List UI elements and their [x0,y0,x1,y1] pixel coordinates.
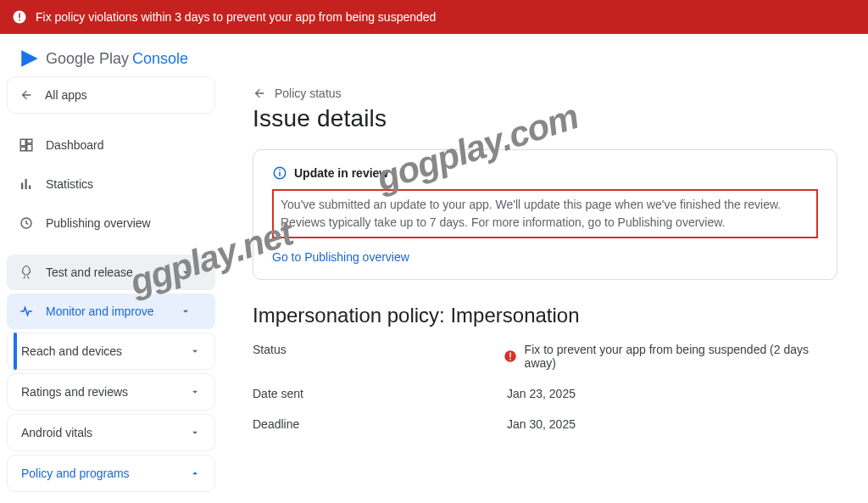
arrow-left-icon [253,87,266,100]
status-key: Status [253,343,503,370]
row-deadline: Deadline Jan 30, 2025 [253,417,837,431]
main-content: Policy status Issue details Update in re… [222,76,868,498]
pill-android-vitals[interactable]: Android vitals [7,414,215,451]
dashboard-icon [19,137,34,153]
svg-rect-13 [279,170,281,171]
sidebar-item-test-release[interactable]: Test and release [7,254,215,290]
chevron-down-icon [180,266,192,278]
pill-policy-programs[interactable]: Policy and programs [7,455,215,492]
date-key: Date sent [253,387,507,400]
pill-label: Reach and devices [21,344,122,358]
nav-label: Publishing overview [46,216,151,230]
svg-rect-12 [279,172,281,176]
chevron-down-icon [189,345,201,357]
chevron-up-icon [189,467,201,479]
go-to-publishing-link[interactable]: Go to Publishing overview [272,250,818,264]
page-title: Issue details [253,105,837,132]
svg-rect-16 [509,359,511,360]
breadcrumb[interactable]: Policy status [253,87,837,100]
svg-rect-4 [27,139,32,143]
section-title: Impersonation policy: Impersonation [253,304,837,327]
breadcrumb-label: Policy status [275,87,342,100]
monitor-icon [19,304,34,319]
rocket-icon [19,265,34,280]
pill-label: Ratings and reviews [21,385,128,399]
nav-label: Test and release [46,265,133,279]
sidebar-item-publishing[interactable]: Publishing overview [7,205,215,241]
pill-ratings-reviews[interactable]: Ratings and reviews [7,373,215,411]
logo-text-play: Google Play [46,50,129,68]
sidebar-item-statistics[interactable]: Statistics [7,166,215,202]
date-val: Jan 23, 2025 [507,387,576,400]
svg-rect-5 [20,147,25,151]
svg-rect-3 [20,139,25,146]
info-card: Update in review You've submitted an upd… [253,149,837,280]
row-date-sent: Date sent Jan 23, 2025 [253,387,837,400]
all-apps-button[interactable]: All apps [7,76,215,114]
error-icon [503,349,518,364]
card-body-highlight: You've submitted an update to your app. … [272,189,818,238]
chevron-down-icon [189,386,201,398]
logo[interactable]: Google Play Console [0,34,868,76]
play-icon [19,48,41,70]
card-head-text: Update in review [294,166,388,180]
pill-label: Policy and programs [21,467,130,480]
pill-label: Android vitals [21,426,92,439]
arrow-left-icon [19,88,33,102]
deadline-val: Jan 30, 2025 [507,417,576,431]
nav-label: Monitor and improve [46,305,154,318]
card-body-text: You've submitted an update to your app. … [281,196,810,232]
logo-text-console: Console [132,50,188,68]
stats-icon [19,176,34,192]
alert-banner: Fix policy violations within 3 days to p… [0,0,868,34]
alert-icon [12,9,27,25]
nav-label: Dashboard [46,138,104,152]
svg-rect-9 [29,186,31,190]
all-apps-label: All apps [45,88,87,102]
active-indicator [14,333,17,370]
svg-rect-6 [27,144,32,151]
publish-icon [19,215,34,231]
svg-rect-2 [19,20,20,21]
card-heading: Update in review [272,165,818,181]
deadline-key: Deadline [253,417,507,431]
row-status: Status Fix to prevent your app from bein… [253,343,837,370]
nav-label: Statistics [46,177,93,191]
chevron-down-icon [180,305,192,317]
sidebar-item-monitor[interactable]: Monitor and improve [7,293,215,329]
svg-rect-8 [25,179,27,189]
svg-rect-7 [21,183,23,190]
chevron-down-icon [189,427,201,439]
sidebar: All apps Dashboard Statistics Publishing… [0,76,222,498]
alert-text: Fix policy violations within 3 days to p… [36,10,436,24]
pill-reach-devices[interactable]: Reach and devices [7,333,215,370]
sidebar-item-dashboard[interactable]: Dashboard [7,127,215,163]
svg-rect-15 [509,353,511,358]
status-val: Fix to prevent your app from being suspe… [525,343,837,370]
svg-rect-1 [19,14,20,19]
info-icon [272,165,287,181]
